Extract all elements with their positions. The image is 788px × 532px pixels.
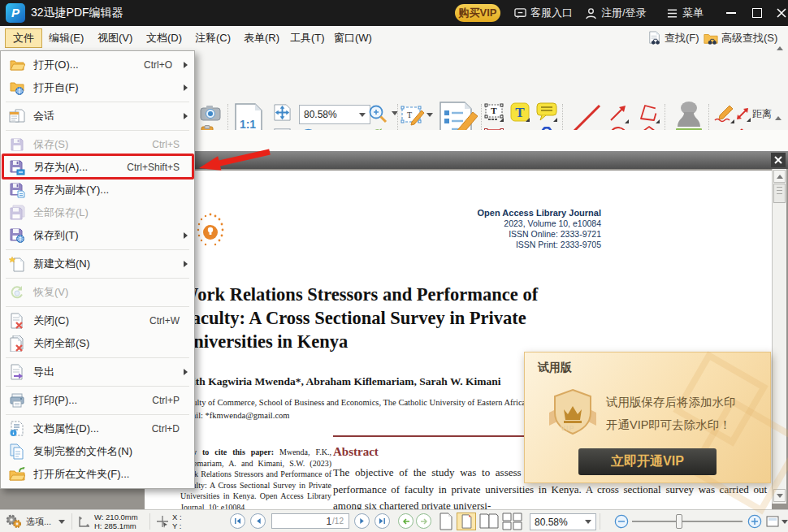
- cursor-y: Y :: [172, 521, 182, 530]
- collapse-toolbar-icon[interactable]: [775, 102, 782, 117]
- last-page-button[interactable]: [375, 513, 390, 529]
- menu-document[interactable]: 文档(D): [138, 28, 190, 48]
- save-copy-icon: [9, 182, 25, 198]
- minimize-icon: [726, 12, 736, 14]
- buy-vip-button[interactable]: 购买VIP: [455, 4, 500, 22]
- menu-item-save-as-copy[interactable]: 另存为副本(Y)...: [1, 179, 194, 201]
- menu-item-save-to[interactable]: 保存到(T): [1, 224, 194, 247]
- menu-item-label: 另存为副本(Y)...: [33, 183, 180, 197]
- close-document-icon: [9, 313, 25, 329]
- paper-title: Work Relations Stressors and Performance…: [180, 283, 593, 353]
- trial-message-line1: 试用版保存后将添加水印: [606, 395, 736, 410]
- zoom-slider-thumb[interactable]: [676, 514, 682, 529]
- scroll-up-button[interactable]: [773, 170, 786, 183]
- next-page-button[interactable]: [354, 513, 370, 529]
- advanced-find-button[interactable]: 高级查找(S): [704, 29, 777, 47]
- menu-item-label: 复制完整的文件名(N): [33, 444, 180, 459]
- maximize-button[interactable]: [745, 0, 769, 26]
- menu-item-session[interactable]: 会话: [1, 105, 194, 128]
- menu-item-copy-filename[interactable]: 复制完整的文件名(N): [1, 440, 194, 463]
- scrollbar-thumb[interactable]: [773, 184, 786, 203]
- cursor-coordinates: X : Y :: [172, 513, 182, 530]
- menu-separator: [6, 306, 189, 307]
- abstract-heading: Abstract: [333, 445, 379, 459]
- hamburger-icon: [666, 8, 678, 19]
- edit-content-icon[interactable]: T: [400, 104, 425, 127]
- view-mode-icon[interactable]: [766, 516, 779, 527]
- menu-view[interactable]: 视图(V): [89, 28, 141, 48]
- trial-message-line2: 开通VIP即可去除水印！: [606, 417, 731, 433]
- highlight-text-tool[interactable]: T: [510, 102, 530, 122]
- menu-window[interactable]: 窗口(W): [326, 28, 380, 48]
- find-button[interactable]: 查找(F): [648, 29, 699, 47]
- menu-comment[interactable]: 注释(C): [187, 28, 239, 48]
- minimize-button[interactable]: [719, 0, 743, 26]
- zoom-out-slider-button[interactable]: [614, 514, 629, 529]
- facing-page-view[interactable]: [479, 513, 499, 532]
- menu-item-close-all[interactable]: 关闭全部(S): [1, 332, 194, 355]
- magnifier-tool-icon[interactable]: [367, 103, 388, 124]
- view-back-button[interactable]: [398, 513, 413, 529]
- facing-continuous-view[interactable]: [502, 513, 523, 532]
- menu-item-new-document[interactable]: 新建文档(N): [1, 253, 194, 275]
- menu-form[interactable]: 表单(R): [236, 28, 288, 48]
- view-forward-button[interactable]: [416, 513, 431, 529]
- view-mode-dropdown[interactable]: [782, 520, 788, 524]
- submenu-arrow-icon: [184, 369, 188, 375]
- text-box-tool[interactable]: T: [484, 102, 504, 122]
- options-button[interactable]: 选项...: [26, 510, 51, 532]
- previous-page-button[interactable]: [250, 513, 266, 529]
- menu-item-close[interactable]: 关闭(C) Ctrl+W: [1, 309, 194, 332]
- distance-label: 距离: [752, 107, 772, 121]
- submenu-arrow-icon: [184, 261, 188, 267]
- zoom-in-slider-button[interactable]: [747, 514, 762, 529]
- page-number-box[interactable]: 1/12: [271, 513, 349, 529]
- pencil-tool[interactable]: [713, 104, 734, 123]
- snapshot-camera-icon[interactable]: [200, 104, 221, 122]
- single-page-view[interactable]: [439, 513, 453, 532]
- advanced-find-label: 高级查找(S): [721, 31, 777, 45]
- notification-close-button[interactable]: [771, 153, 786, 167]
- polyline-tool[interactable]: [639, 102, 660, 123]
- menu-item-document-properties[interactable]: 文档属性(D)... Ctrl+D: [1, 417, 194, 440]
- svg-text:1:1: 1:1: [240, 118, 256, 131]
- app-logo-icon: P: [6, 3, 25, 23]
- menu-item-save: 保存(S) Ctrl+S: [1, 133, 194, 156]
- menu-item-open[interactable]: 打开(O)... Ctrl+O: [1, 54, 194, 76]
- title-bar: P 32迅捷PDF编辑器 购买VIP 客服入口 注册/登录 菜单: [0, 0, 788, 26]
- login-entry[interactable]: 注册/登录: [585, 6, 647, 20]
- save-icon: [9, 136, 25, 153]
- menu-item-label: 会话: [33, 109, 172, 123]
- trial-popup: 试用版 VIP 试用版保存后将添加水印 开通VIP即可去除水印！ 立即开通VIP: [524, 352, 771, 483]
- continuous-page-view-selected[interactable]: [457, 513, 476, 530]
- menu-item-export[interactable]: 导出: [1, 361, 194, 383]
- menu-item-shortcut: Ctrl+W: [149, 315, 180, 327]
- options-dropdown[interactable]: [58, 520, 65, 524]
- menu-file[interactable]: 文件: [5, 28, 42, 48]
- close-button[interactable]: [769, 0, 788, 26]
- arrow-tool[interactable]: [608, 102, 629, 123]
- statusbar-zoom-combo[interactable]: 80.58%: [530, 513, 596, 530]
- zoom-slider-track[interactable]: [632, 521, 743, 522]
- menu-item-label: 恢复(V): [33, 285, 180, 300]
- menu-edit[interactable]: 编辑(E): [41, 28, 92, 48]
- sticky-note-tool[interactable]: [536, 102, 557, 122]
- distance-tool[interactable]: [734, 106, 751, 122]
- svg-text:T: T: [407, 110, 412, 119]
- collapse-ribbon-icon[interactable]: [777, 34, 783, 46]
- statusbar-zoom-arrow: [585, 520, 591, 524]
- zoom-combo[interactable]: 80.58%: [299, 105, 370, 124]
- status-bar: 选项... W: 210.0mm H: 285.1mm X : Y : 1/12…: [0, 509, 788, 532]
- paper-email: Email: *fkmwenda@gmail.com: [180, 411, 289, 420]
- zoom-value: 80.58%: [304, 109, 337, 120]
- open-vip-button[interactable]: 立即开通VIP: [578, 448, 717, 475]
- app-menu-entry[interactable]: 菜单: [666, 6, 704, 20]
- first-page-button[interactable]: [230, 513, 245, 529]
- menu-item-open-from[interactable]: 打开自(F): [1, 76, 194, 99]
- menu-item-open-containing-folder[interactable]: 打开所在文件夹(F)...: [1, 463, 194, 486]
- edit-content-dropdown[interactable]: [426, 113, 433, 117]
- support-entry[interactable]: 客服入口: [514, 6, 573, 20]
- menu-item-print[interactable]: 打印(P)... Ctrl+P: [1, 389, 194, 412]
- menu-separator: [6, 414, 189, 415]
- fit-page-icon[interactable]: [273, 103, 292, 122]
